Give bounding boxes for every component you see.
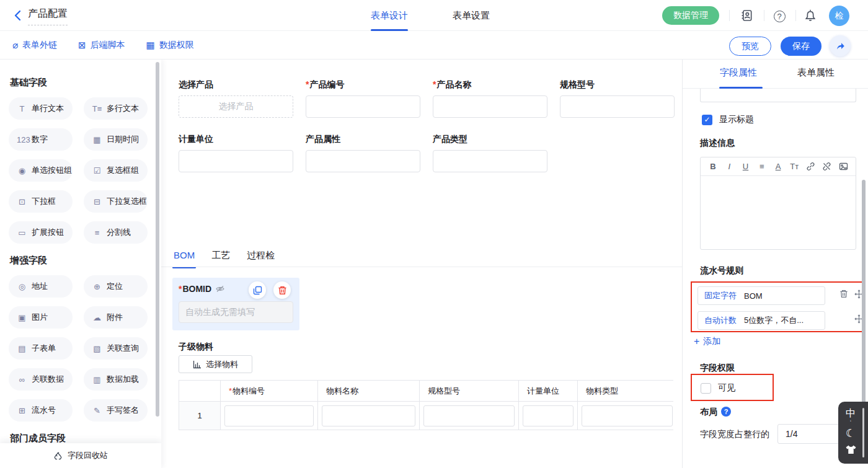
help-button[interactable]: ? (772, 8, 787, 23)
sidebar-item-subform[interactable]: ▤子表单 (9, 337, 73, 360)
language-toggle[interactable]: 中 (838, 407, 863, 420)
serial-rule-row[interactable]: 固定字符BOM (698, 286, 825, 305)
field-input[interactable] (433, 150, 547, 172)
data-manage-button[interactable]: 数据管理 (662, 6, 719, 25)
field-recycle-bin-button[interactable]: 字段回收站 (0, 443, 161, 468)
save-button[interactable]: 保存 (781, 37, 822, 56)
sidebar-item-datetime[interactable]: ▦日期时间 (84, 128, 148, 151)
sidebar-item-radio-group[interactable]: ◉单选按钮组 (9, 159, 73, 182)
share-button[interactable] (830, 35, 851, 56)
product-select-button[interactable]: 选择产品 (179, 95, 293, 118)
subform-tab-bom[interactable]: BOM (174, 250, 195, 268)
theme-toggle[interactable] (838, 445, 863, 454)
dark-mode-toggle[interactable]: ☾ (838, 426, 863, 440)
subtable-cell-input[interactable] (322, 405, 415, 426)
header-tab-form-design[interactable]: 表单设计 (371, 0, 408, 31)
sidebar-item-data-load[interactable]: ▥数据加载 (84, 368, 148, 391)
unlink-icon[interactable] (821, 161, 833, 173)
field-input[interactable] (179, 150, 293, 172)
sidebar-item-number[interactable]: 123数字 (9, 128, 73, 151)
sidebar-item-label: 手写签名 (107, 405, 139, 416)
subtable-cell-input[interactable] (423, 405, 515, 426)
sidebar-item-select[interactable]: ⊡下拉框 (9, 190, 73, 213)
insert-image-icon[interactable] (837, 161, 849, 173)
subform-icon: ▤ (17, 344, 27, 353)
column-label: 物料编号 (232, 386, 265, 397)
show-title-checkbox[interactable]: ✓ (702, 115, 712, 125)
serial-field-input[interactable]: 自动生成无需填写 (179, 301, 293, 323)
serial-rule-row[interactable]: 自动计数5位数字，不自... (698, 311, 825, 330)
align-icon[interactable]: ≡ (756, 161, 768, 173)
canvas-field: *产品编号 (306, 78, 420, 118)
selected-field-card[interactable]: *BOMID 自动生成无需填写 (172, 278, 299, 330)
field-label-text: 规格型号 (560, 79, 595, 89)
sidebar-item-serial-number[interactable]: ⊞流水号 (9, 399, 73, 422)
font-color-icon[interactable]: A (772, 161, 784, 173)
field-input[interactable] (306, 150, 420, 172)
copy-field-button[interactable] (249, 281, 266, 299)
avatar[interactable]: 检 (829, 6, 849, 26)
add-rule-button[interactable]: +添加 (694, 336, 720, 347)
sidebar-item-divider[interactable]: ≡分割线 (84, 221, 148, 244)
sidebar-item-location[interactable]: ⊕定位 (84, 275, 148, 298)
font-size-icon[interactable]: Tт (788, 161, 800, 173)
rule-delete-button[interactable] (839, 289, 849, 299)
back-button[interactable] (11, 8, 26, 23)
sidebar-item-linked-data[interactable]: ∞关联数据 (9, 368, 73, 391)
subtable-corner-cell (179, 381, 221, 402)
rownum-wrap: 1 (179, 402, 220, 430)
field-input[interactable] (433, 95, 547, 118)
sidebar-item-image[interactable]: ▣图片 (9, 306, 73, 329)
subtable-body-cell (318, 402, 420, 430)
divider (764, 10, 764, 21)
sidebar-item-address[interactable]: ◎地址 (9, 275, 73, 298)
contact-book-button[interactable] (740, 8, 755, 23)
sidebar-item-attachment[interactable]: ☁附件 (84, 306, 148, 329)
chevron-left-icon (11, 8, 26, 23)
subtable-row: 1 (179, 402, 673, 430)
pick-material-button[interactable]: 选择物料 (179, 355, 252, 373)
notification-button[interactable] (803, 8, 818, 23)
subtable-cell-input[interactable] (582, 405, 673, 426)
header-tab-form-settings[interactable]: 表单设置 (453, 0, 490, 31)
sidebar-item-multi-line-text[interactable]: T≡多行文本 (84, 97, 148, 120)
link-icon[interactable] (805, 161, 817, 173)
underline-icon[interactable]: U (740, 161, 752, 173)
sidebar-item-checkbox-group[interactable]: ☑复选框组 (84, 159, 148, 182)
toolbar-link[interactable]: ⊠后端脚本 (78, 40, 125, 51)
page-title[interactable]: 产品配置 (28, 7, 68, 25)
image-icon: ▣ (17, 313, 27, 322)
preview-button[interactable]: 预览 (729, 37, 771, 56)
show-title-row: ✓ 显示标题 (702, 114, 754, 125)
editor-toolbar: BIU≡ATт (701, 157, 856, 176)
layout-help-icon[interactable]: ? (721, 407, 731, 417)
sidebar-scrollbar[interactable] (156, 62, 159, 417)
sidebar-item-single-line-text[interactable]: T单行文本 (9, 97, 73, 120)
sidebar-item-multi-select[interactable]: ⊟下拉复选框 (84, 190, 148, 213)
subtable-body-cell (221, 402, 318, 430)
subform-tab-过程检[interactable]: 过程检 (247, 250, 275, 268)
sidebar-item-label: 地址 (32, 281, 48, 292)
sidebar-item-signature[interactable]: ✎手写签名 (84, 399, 148, 422)
toolbar-link[interactable]: ▦数据权限 (146, 40, 194, 51)
toolbar-link[interactable]: ⌀表单外链 (12, 40, 57, 51)
field-input[interactable] (306, 95, 420, 118)
field-input[interactable] (560, 95, 675, 118)
panel-tab-field-props[interactable]: 字段属性 (720, 67, 757, 79)
visible-checkbox[interactable] (701, 383, 711, 394)
italic-icon[interactable]: I (723, 161, 735, 173)
subtable-cell-input[interactable] (224, 405, 314, 426)
subtable-cell-input[interactable] (523, 405, 574, 426)
bold-icon[interactable]: B (707, 161, 719, 173)
editor-body[interactable] (701, 176, 856, 249)
subform-tab-工艺[interactable]: 工艺 (211, 250, 230, 268)
required-asterisk: * (306, 79, 309, 89)
delete-field-button[interactable] (273, 281, 291, 299)
sidebar-item-linked-query[interactable]: ▧关联查询 (84, 337, 148, 360)
sidebar-item-extend-button[interactable]: ▭扩展按钮 (9, 221, 73, 244)
field-title-input-partial[interactable] (700, 89, 856, 102)
eye-slash-icon[interactable] (215, 284, 225, 294)
panel-tab-form-props[interactable]: 表单属性 (797, 67, 835, 79)
canvas-field: 规格型号 (560, 78, 675, 118)
bar-chart-icon (193, 360, 202, 369)
